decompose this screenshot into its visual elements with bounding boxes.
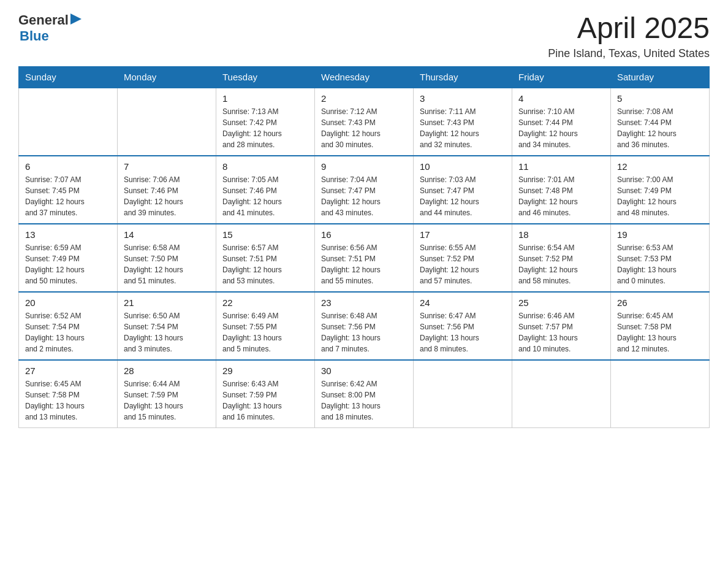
calendar-cell: 2Sunrise: 7:12 AMSunset: 7:43 PMDaylight…	[315, 88, 414, 156]
col-tuesday: Tuesday	[216, 66, 315, 88]
calendar-cell	[19, 88, 118, 156]
day-info: Sunrise: 7:10 AMSunset: 7:44 PMDaylight:…	[518, 106, 604, 150]
day-number: 27	[25, 366, 111, 376]
day-info: Sunrise: 6:59 AMSunset: 7:49 PMDaylight:…	[25, 242, 111, 286]
day-number: 5	[617, 93, 703, 104]
day-number: 9	[321, 161, 407, 172]
day-info: Sunrise: 7:11 AMSunset: 7:43 PMDaylight:…	[420, 106, 506, 150]
calendar-cell: 28Sunrise: 6:44 AMSunset: 7:59 PMDayligh…	[118, 360, 216, 428]
calendar-cell: 20Sunrise: 6:52 AMSunset: 7:54 PMDayligh…	[19, 292, 118, 360]
calendar-cell: 6Sunrise: 7:07 AMSunset: 7:45 PMDaylight…	[19, 156, 118, 224]
calendar-table: Sunday Monday Tuesday Wednesday Thursday…	[18, 66, 710, 428]
day-number: 26	[617, 297, 703, 308]
calendar-cell: 19Sunrise: 6:53 AMSunset: 7:53 PMDayligh…	[611, 224, 710, 292]
logo-blue: Blue	[20, 28, 82, 44]
location-subtitle: Pine Island, Texas, United States	[548, 47, 710, 60]
day-number: 14	[124, 229, 210, 240]
day-number: 17	[420, 229, 506, 240]
col-saturday: Saturday	[611, 66, 710, 88]
day-number: 30	[321, 366, 407, 376]
day-info: Sunrise: 6:42 AMSunset: 8:00 PMDaylight:…	[321, 378, 407, 423]
day-info: Sunrise: 6:54 AMSunset: 7:52 PMDaylight:…	[518, 242, 604, 286]
day-number: 15	[222, 229, 308, 240]
day-info: Sunrise: 7:04 AMSunset: 7:47 PMDaylight:…	[321, 174, 407, 218]
logo-general: General	[18, 12, 69, 28]
logo-arrow-icon	[70, 13, 82, 25]
day-info: Sunrise: 6:52 AMSunset: 7:54 PMDaylight:…	[25, 310, 111, 354]
calendar-cell: 7Sunrise: 7:06 AMSunset: 7:46 PMDaylight…	[118, 156, 216, 224]
day-number: 20	[25, 297, 111, 308]
calendar-week-row: 1Sunrise: 7:13 AMSunset: 7:42 PMDaylight…	[19, 88, 710, 156]
day-number: 1	[222, 93, 308, 104]
day-number: 6	[25, 161, 111, 172]
calendar-week-row: 6Sunrise: 7:07 AMSunset: 7:45 PMDaylight…	[19, 156, 710, 224]
day-info: Sunrise: 6:58 AMSunset: 7:50 PMDaylight:…	[124, 242, 210, 286]
day-number: 10	[420, 161, 506, 172]
day-info: Sunrise: 6:44 AMSunset: 7:59 PMDaylight:…	[124, 378, 210, 423]
col-sunday: Sunday	[19, 66, 118, 88]
calendar-cell: 15Sunrise: 6:57 AMSunset: 7:51 PMDayligh…	[216, 224, 315, 292]
calendar-cell: 24Sunrise: 6:47 AMSunset: 7:56 PMDayligh…	[414, 292, 512, 360]
calendar-cell: 3Sunrise: 7:11 AMSunset: 7:43 PMDaylight…	[414, 88, 512, 156]
calendar-cell	[512, 360, 611, 428]
day-number: 13	[25, 229, 111, 240]
day-info: Sunrise: 6:43 AMSunset: 7:59 PMDaylight:…	[222, 378, 308, 423]
day-info: Sunrise: 7:06 AMSunset: 7:46 PMDaylight:…	[124, 174, 210, 218]
day-number: 16	[321, 229, 407, 240]
col-wednesday: Wednesday	[315, 66, 414, 88]
calendar-cell: 13Sunrise: 6:59 AMSunset: 7:49 PMDayligh…	[19, 224, 118, 292]
calendar-cell: 18Sunrise: 6:54 AMSunset: 7:52 PMDayligh…	[512, 224, 611, 292]
day-number: 18	[518, 229, 604, 240]
day-number: 23	[321, 297, 407, 308]
logo: General Blue	[18, 12, 82, 44]
calendar-cell: 21Sunrise: 6:50 AMSunset: 7:54 PMDayligh…	[118, 292, 216, 360]
day-number: 3	[420, 93, 506, 104]
calendar-cell: 9Sunrise: 7:04 AMSunset: 7:47 PMDaylight…	[315, 156, 414, 224]
calendar-cell: 30Sunrise: 6:42 AMSunset: 8:00 PMDayligh…	[315, 360, 414, 428]
calendar-cell: 22Sunrise: 6:49 AMSunset: 7:55 PMDayligh…	[216, 292, 315, 360]
day-info: Sunrise: 7:05 AMSunset: 7:46 PMDaylight:…	[222, 174, 308, 218]
title-section: April 2025 Pine Island, Texas, United St…	[548, 12, 710, 60]
day-info: Sunrise: 6:57 AMSunset: 7:51 PMDaylight:…	[222, 242, 308, 286]
day-info: Sunrise: 6:45 AMSunset: 7:58 PMDaylight:…	[617, 310, 703, 354]
calendar-week-row: 13Sunrise: 6:59 AMSunset: 7:49 PMDayligh…	[19, 224, 710, 292]
calendar-cell: 27Sunrise: 6:45 AMSunset: 7:58 PMDayligh…	[19, 360, 118, 428]
calendar-cell	[118, 88, 216, 156]
day-number: 21	[124, 297, 210, 308]
calendar-cell: 17Sunrise: 6:55 AMSunset: 7:52 PMDayligh…	[414, 224, 512, 292]
day-number: 22	[222, 297, 308, 308]
day-info: Sunrise: 7:13 AMSunset: 7:42 PMDaylight:…	[222, 106, 308, 150]
calendar-cell: 29Sunrise: 6:43 AMSunset: 7:59 PMDayligh…	[216, 360, 315, 428]
calendar-cell	[414, 360, 512, 428]
calendar-cell: 5Sunrise: 7:08 AMSunset: 7:44 PMDaylight…	[611, 88, 710, 156]
day-info: Sunrise: 6:55 AMSunset: 7:52 PMDaylight:…	[420, 242, 506, 286]
day-number: 12	[617, 161, 703, 172]
calendar-cell: 12Sunrise: 7:00 AMSunset: 7:49 PMDayligh…	[611, 156, 710, 224]
day-number: 11	[518, 161, 604, 172]
day-number: 19	[617, 229, 703, 240]
calendar-cell: 14Sunrise: 6:58 AMSunset: 7:50 PMDayligh…	[118, 224, 216, 292]
col-thursday: Thursday	[414, 66, 512, 88]
calendar-cell: 16Sunrise: 6:56 AMSunset: 7:51 PMDayligh…	[315, 224, 414, 292]
day-number: 28	[124, 366, 210, 376]
day-number: 7	[124, 161, 210, 172]
col-monday: Monday	[118, 66, 216, 88]
month-title: April 2025	[548, 12, 710, 45]
calendar-cell: 10Sunrise: 7:03 AMSunset: 7:47 PMDayligh…	[414, 156, 512, 224]
day-info: Sunrise: 7:00 AMSunset: 7:49 PMDaylight:…	[617, 174, 703, 218]
day-info: Sunrise: 7:03 AMSunset: 7:47 PMDaylight:…	[420, 174, 506, 218]
day-info: Sunrise: 6:46 AMSunset: 7:57 PMDaylight:…	[518, 310, 604, 354]
day-info: Sunrise: 6:48 AMSunset: 7:56 PMDaylight:…	[321, 310, 407, 354]
day-number: 24	[420, 297, 506, 308]
day-number: 29	[222, 366, 308, 376]
calendar-cell: 25Sunrise: 6:46 AMSunset: 7:57 PMDayligh…	[512, 292, 611, 360]
calendar-cell: 26Sunrise: 6:45 AMSunset: 7:58 PMDayligh…	[611, 292, 710, 360]
day-info: Sunrise: 7:08 AMSunset: 7:44 PMDaylight:…	[617, 106, 703, 150]
day-info: Sunrise: 7:01 AMSunset: 7:48 PMDaylight:…	[518, 174, 604, 218]
day-info: Sunrise: 7:12 AMSunset: 7:43 PMDaylight:…	[321, 106, 407, 150]
col-friday: Friday	[512, 66, 611, 88]
day-info: Sunrise: 6:45 AMSunset: 7:58 PMDaylight:…	[25, 378, 111, 423]
day-number: 8	[222, 161, 308, 172]
day-number: 25	[518, 297, 604, 308]
day-info: Sunrise: 6:56 AMSunset: 7:51 PMDaylight:…	[321, 242, 407, 286]
